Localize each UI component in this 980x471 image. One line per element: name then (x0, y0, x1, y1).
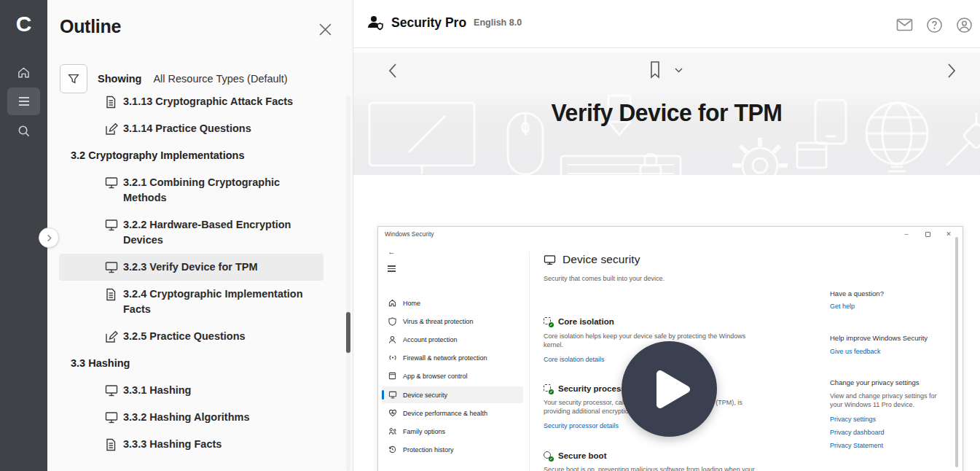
outline-section[interactable]: 3.3 Hashing (59, 350, 324, 377)
outline-item[interactable]: 3.1.13 Cryptographic Attack Facts (59, 96, 324, 115)
monitor-icon (388, 391, 397, 399)
outline-item[interactable]: 3.2.5 Practice Questions (59, 323, 324, 350)
maximize-button[interactable] (922, 230, 933, 238)
app-icon (388, 372, 397, 380)
bookmark-button[interactable] (648, 61, 662, 79)
nav-item-virus-threat[interactable]: Virus & threat protection (378, 313, 524, 330)
aside-question-title: Have a question? (830, 289, 884, 297)
nav-item-history[interactable]: Protection history (378, 441, 524, 458)
search-icon (17, 124, 31, 138)
monitor-icon (105, 411, 118, 424)
back-icon[interactable]: ← (388, 247, 396, 256)
panel-collapse-button[interactable] (39, 227, 59, 248)
outline-close-button[interactable] (316, 20, 334, 38)
outline-item[interactable]: 3.3.3 Hashing Facts (59, 431, 324, 458)
nav-item-family[interactable]: Family options (378, 423, 524, 440)
outline-section[interactable]: 3.2 Cryptography Implementations (59, 142, 324, 169)
outline-item[interactable]: 3.2.1 Combining Cryptographic Methods (59, 169, 324, 211)
main-area: Security Pro English 8.0 (353, 0, 980, 471)
close-icon (318, 22, 333, 37)
outline-item-selected[interactable]: 3.2.3 Verify Device for TPM (59, 254, 324, 281)
outline-scrollbar-thumb[interactable] (346, 312, 350, 353)
page-title: Device security (562, 253, 640, 266)
outline-item[interactable]: 3.3.1 Hashing (59, 377, 324, 404)
lesson-banner: Verify Device for TPM (353, 90, 980, 175)
home-button[interactable] (7, 58, 40, 86)
family-icon (388, 427, 397, 435)
help-button[interactable] (925, 16, 943, 34)
pencil-icon (105, 122, 118, 136)
play-icon (647, 368, 692, 410)
document-icon (105, 288, 118, 301)
window-title: Windows Security (385, 230, 434, 238)
next-lesson-button[interactable] (947, 63, 956, 79)
privacy-settings-link[interactable]: Privacy settings (830, 416, 876, 423)
person-icon (388, 335, 397, 344)
monitor-icon (544, 254, 556, 265)
filter-value: All Resource Types (Default) (153, 73, 287, 85)
person-shield-icon (366, 15, 384, 31)
aside-privacy-body: View and change privacy settings for you… (830, 392, 939, 409)
outline-item[interactable]: 3.1.14 Practice Questions (59, 115, 324, 142)
nav-item-home[interactable]: Home (378, 295, 524, 311)
previous-lesson-button[interactable] (388, 63, 397, 79)
privacy-dashboard-link[interactable]: Privacy dashboard (830, 429, 885, 436)
watermark-gear-icon (726, 132, 793, 175)
pencil-icon (105, 330, 118, 343)
outline-menu-button[interactable] (7, 87, 40, 115)
core-isolation-details-link[interactable]: Core isolation details (544, 356, 605, 363)
document-icon (105, 438, 118, 451)
help-aside: Have a question? Get help Help improve W… (830, 241, 946, 471)
monitor-icon (105, 261, 118, 273)
nav-item-firewall[interactable]: Firewall & network protection (378, 349, 524, 366)
help-icon (926, 17, 943, 34)
outline-scrollbar-track (346, 96, 350, 471)
filter-icon (67, 72, 80, 85)
get-help-link[interactable]: Get help (830, 303, 855, 310)
nav-item-account[interactable]: Account protection (378, 331, 524, 348)
chevron-left-icon (388, 63, 397, 79)
privacy-statement-link[interactable]: Privacy Statement (830, 442, 883, 449)
divider (529, 252, 530, 471)
outline-item[interactable]: 3.3.2 Hashing Algorithms (59, 404, 324, 431)
history-icon (388, 445, 397, 454)
network-icon (388, 354, 397, 362)
home-icon (17, 66, 31, 79)
window-scrollbar-thumb[interactable] (955, 237, 958, 467)
selected-indicator (382, 390, 384, 400)
section-title: Secure boot (558, 451, 606, 460)
nav-item-performance[interactable]: Device performance & health (378, 405, 524, 421)
security-processor-details-link[interactable]: Security processor details (544, 422, 619, 429)
maximize-icon (925, 232, 930, 237)
close-button[interactable]: ✕ (944, 230, 954, 238)
mail-icon (896, 18, 913, 31)
aside-improve-title: Help improve Windows Security (830, 334, 928, 342)
section-title: Core isolation (558, 317, 614, 326)
window-titlebar: Windows Security – ✕ (378, 227, 963, 241)
home-icon (388, 299, 397, 307)
health-icon (388, 409, 397, 417)
app-header: Security Pro English 8.0 (353, 0, 980, 48)
outline-title: Outline (60, 16, 121, 37)
chevron-down-icon (675, 68, 683, 73)
outline-item[interactable]: 3.2.2 Hardware-Based Encryption Devices (59, 211, 324, 254)
nav-item-device-security[interactable]: Device security (382, 386, 523, 403)
product-edition: English 8.0 (474, 17, 522, 28)
bookmark-icon (648, 61, 662, 79)
outline-item[interactable]: 3.2.4 Cryptographic Implementation Facts (59, 281, 324, 323)
bookmark-menu-button[interactable] (675, 68, 683, 73)
filter-button[interactable] (60, 64, 87, 93)
video-play-button[interactable] (622, 341, 717, 437)
account-button[interactable] (955, 16, 973, 34)
section-body: Secure boot is on, preventing malicious … (544, 466, 762, 471)
product-title: Security Pro (391, 15, 466, 31)
search-button[interactable] (7, 117, 40, 144)
lesson-navbar (353, 52, 980, 90)
nav-item-app-browser[interactable]: App & browser control (378, 367, 524, 384)
shield-icon (388, 317, 397, 326)
give-feedback-link[interactable]: Give us feedback (830, 348, 881, 355)
menu-icon[interactable] (388, 264, 396, 273)
account-icon (956, 17, 973, 34)
minimize-button[interactable]: – (901, 230, 912, 238)
messages-button[interactable] (895, 16, 913, 34)
